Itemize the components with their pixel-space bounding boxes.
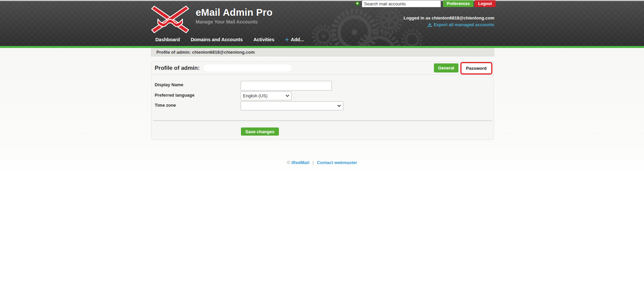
copyright-symbol: © [287,160,290,165]
session-info: Logged in as chienlon6818@chienlong.com … [403,15,494,28]
preferred-language-label: Preferred language [155,93,195,98]
export-accounts-label: Export all managed accounts [434,22,494,27]
redacted-email-pill [203,64,292,71]
nav-item-activities[interactable]: Activities [249,37,279,42]
page-title: Profile of admin: [155,65,200,71]
top-controls: Preferences Logout [0,0,644,8]
nav-item-domains-accounts[interactable]: Domains and Accounts [186,37,247,42]
email-envelope-logo [151,5,190,34]
nav-dashboard-label: Dashboard [155,37,180,42]
app-subtitle: Manage Your Mail Accounts [196,19,273,24]
search-icon [355,1,361,7]
form-divider [153,120,492,121]
search-input[interactable] [362,0,441,7]
tab-password[interactable]: Password [462,63,491,73]
footer: © iRedMail | Contact webmaster [0,160,644,165]
nav-add-label: Add... [291,37,304,42]
save-changes-button[interactable]: Save changes [241,128,279,136]
contact-webmaster-link[interactable]: Contact webmaster [317,160,357,165]
logged-in-text: Logged in as chienlon6818@chienlong.com [403,15,494,20]
footer-separator: | [312,160,313,165]
brand-block: eMail Admin Pro Manage Your Mail Account… [196,7,273,24]
preferred-language-select[interactable]: English (US) [241,91,292,100]
logout-button[interactable]: Logout [475,0,496,7]
export-accounts-link[interactable]: Export all managed accounts [428,22,494,27]
profile-tabs: General Password [434,63,491,73]
tab-general[interactable]: General [434,63,458,72]
display-name-label: Display Name [155,82,183,87]
green-accent-line [0,46,644,48]
nav-item-add[interactable]: + Add... [281,37,308,42]
page: eMail Admin Pro Manage Your Mail Account… [0,0,644,306]
plus-icon: + [285,37,289,42]
breadcrumb: Profile of admin: chienlon6818@chienlong… [151,48,494,56]
profile-card-header: Profile of admin: General Password [152,62,493,75]
nav-item-dashboard[interactable]: Dashboard [151,37,184,42]
profile-card: Profile of admin: General Password Displ… [151,61,494,140]
preferences-button[interactable]: Preferences [443,0,474,7]
download-icon [428,22,432,27]
nav-domains-accounts-label: Domains and Accounts [191,37,243,42]
nav-activities-label: Activities [253,37,274,42]
iredmail-link[interactable]: iRedMail [291,160,309,165]
app-title: eMail Admin Pro [196,7,273,18]
display-name-input[interactable] [241,81,332,91]
main-nav: Dashboard Domains and Accounts Activitie… [151,35,310,45]
time-zone-select[interactable] [241,101,343,110]
time-zone-label: Time zone [155,103,176,108]
